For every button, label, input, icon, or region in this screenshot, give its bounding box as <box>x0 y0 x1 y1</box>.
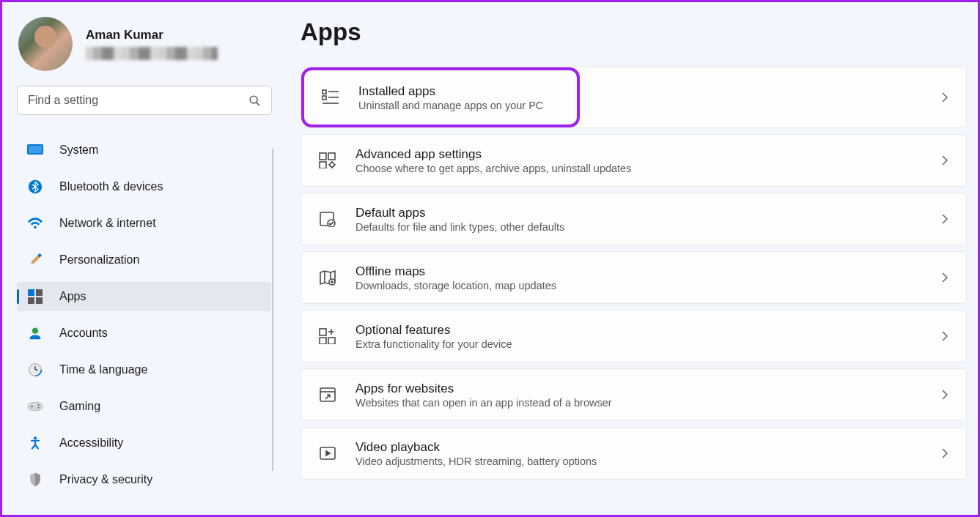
sidebar-item-label: Privacy & security <box>59 473 152 486</box>
list-icon <box>322 89 341 105</box>
sidebar-item-gaming[interactable]: Gaming <box>17 392 271 421</box>
setting-card-apps-for-websites[interactable]: Apps for websites Websites that can open… <box>301 368 967 421</box>
gamepad-icon <box>27 398 43 414</box>
svg-point-0 <box>250 96 257 103</box>
svg-rect-21 <box>323 90 326 94</box>
display-icon <box>27 142 43 158</box>
svg-rect-9 <box>28 297 34 304</box>
chevron-right-icon <box>941 213 948 225</box>
svg-rect-36 <box>320 338 326 344</box>
svg-rect-8 <box>36 289 43 296</box>
bluetooth-icon <box>27 179 43 195</box>
setting-desc: Video adjustments, HDR streaming, batter… <box>355 455 941 467</box>
profile-email <box>86 47 218 60</box>
wifi-icon <box>27 215 43 231</box>
svg-point-20 <box>34 436 37 439</box>
setting-desc: Downloads, storage location, map updates <box>355 280 941 291</box>
setting-card-advanced[interactable]: Advanced app settings Choose where to ge… <box>301 134 967 187</box>
svg-rect-10 <box>36 297 43 304</box>
search-icon <box>248 94 261 107</box>
sidebar-item-label: Network & internet <box>59 217 156 230</box>
sidebar-item-label: Accounts <box>59 327 108 340</box>
sidebar-item-label: Apps <box>59 290 86 303</box>
setting-desc: Defaults for file and link types, other … <box>355 221 941 233</box>
svg-rect-27 <box>328 153 335 160</box>
setting-title: Offline maps <box>355 264 941 279</box>
chevron-right-icon <box>941 272 948 283</box>
avatar[interactable] <box>18 17 73 71</box>
setting-card-installed-apps[interactable]: Installed apps Uninstall and manage apps… <box>301 67 967 128</box>
chevron-right-icon <box>941 155 948 166</box>
svg-point-11 <box>32 328 38 334</box>
chevron-right-icon <box>941 92 948 103</box>
svg-rect-3 <box>29 146 42 153</box>
accessibility-icon <box>27 435 43 451</box>
setting-card-optional-features[interactable]: Optional features Extra functionality fo… <box>301 310 967 362</box>
setting-title: Default apps <box>355 206 941 220</box>
sidebar-item-time[interactable]: Time & language <box>17 355 271 384</box>
video-icon <box>319 446 338 461</box>
sidebar: Aman Kumar System Bluetooth & devices Ne… <box>2 2 284 515</box>
default-apps-icon <box>319 211 338 227</box>
profile-name: Aman Kumar <box>86 28 218 42</box>
setting-title: Installed apps <box>358 84 559 99</box>
setting-title: Advanced app settings <box>355 147 941 162</box>
sidebar-item-accounts[interactable]: Accounts <box>17 319 271 348</box>
svg-rect-7 <box>28 289 34 296</box>
sidebar-item-privacy[interactable]: Privacy & security <box>17 465 271 494</box>
search-box[interactable] <box>17 86 272 115</box>
sidebar-item-personalization[interactable]: Personalization <box>17 245 271 275</box>
sidebar-item-accessibility[interactable]: Accessibility <box>17 428 271 458</box>
brush-icon <box>27 252 43 268</box>
clock-icon <box>27 362 43 378</box>
settings-list: Installed apps Uninstall and manage apps… <box>301 67 967 480</box>
search-input[interactable] <box>28 94 248 107</box>
svg-rect-28 <box>320 162 326 168</box>
sidebar-item-label: Accessibility <box>59 436 123 450</box>
setting-card-offline-maps[interactable]: Offline maps Downloads, storage location… <box>301 251 967 304</box>
chevron-right-icon <box>941 389 948 401</box>
app-gear-icon <box>319 152 338 168</box>
svg-point-17 <box>31 406 33 408</box>
setting-desc: Choose where to get apps, archive apps, … <box>355 163 941 174</box>
page-title: Apps <box>301 18 967 46</box>
web-app-icon <box>319 387 338 403</box>
optional-icon <box>319 328 338 344</box>
chevron-right-icon <box>941 330 948 342</box>
main-content: Apps Installed apps Uninstall and manage… <box>284 2 978 515</box>
svg-rect-26 <box>320 153 326 160</box>
sidebar-scrollbar[interactable] <box>272 149 273 471</box>
svg-rect-16 <box>28 403 43 411</box>
setting-desc: Websites that can open in an app instead… <box>355 397 941 409</box>
setting-card-video-playback[interactable]: Video playback Video adjustments, HDR st… <box>301 427 967 480</box>
chevron-right-icon <box>941 447 948 459</box>
sidebar-item-network[interactable]: Network & internet <box>17 209 271 238</box>
svg-point-19 <box>37 407 39 409</box>
svg-rect-35 <box>320 329 326 335</box>
apps-icon <box>27 289 43 305</box>
setting-title: Video playback <box>355 440 941 455</box>
svg-rect-22 <box>323 96 326 100</box>
svg-line-1 <box>257 102 259 105</box>
sidebar-item-label: Bluetooth & devices <box>59 180 163 193</box>
sidebar-item-label: Time & language <box>59 363 147 376</box>
svg-rect-37 <box>328 338 335 344</box>
setting-title: Apps for websites <box>355 382 941 396</box>
sidebar-item-label: Personalization <box>59 253 139 267</box>
setting-card-default-apps[interactable]: Default apps Defaults for file and link … <box>301 193 967 245</box>
profile-section[interactable]: Aman Kumar <box>17 17 284 71</box>
sidebar-item-apps[interactable]: Apps <box>17 282 271 311</box>
setting-title: Optional features <box>355 323 941 338</box>
person-icon <box>27 325 43 341</box>
sidebar-item-system[interactable]: System <box>17 135 271 165</box>
shield-icon <box>27 472 43 488</box>
map-icon <box>319 269 338 286</box>
sidebar-item-label: System <box>59 144 98 157</box>
svg-point-5 <box>34 226 37 229</box>
sidebar-item-label: Gaming <box>59 400 100 413</box>
svg-point-18 <box>37 404 39 406</box>
sidebar-item-bluetooth[interactable]: Bluetooth & devices <box>17 172 271 201</box>
setting-desc: Extra functionality for your device <box>355 338 941 350</box>
nav: System Bluetooth & devices Network & int… <box>17 135 284 502</box>
svg-point-29 <box>330 163 334 167</box>
